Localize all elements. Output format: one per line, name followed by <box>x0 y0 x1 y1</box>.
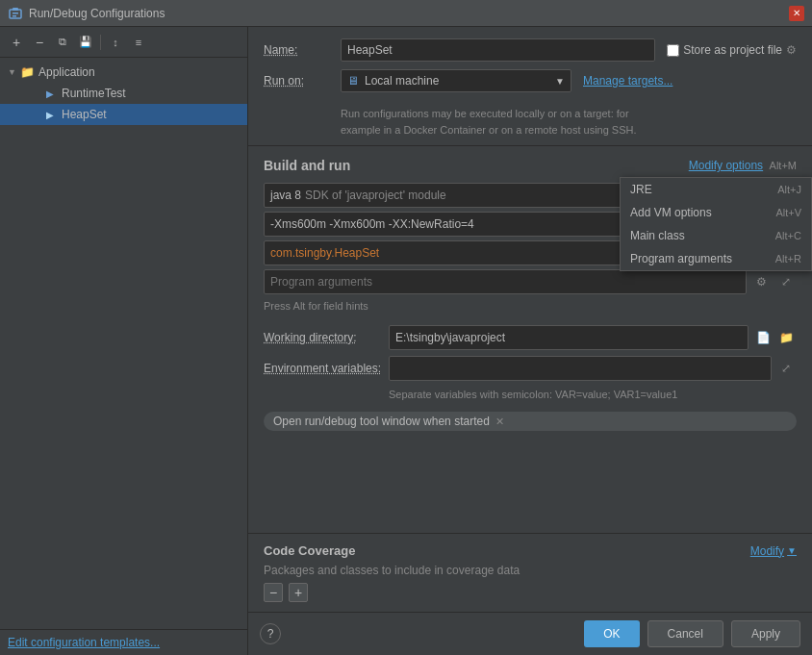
field-hint-text: Press Alt for field hints <box>264 300 368 312</box>
modify-options-button[interactable]: Modify options Alt+M <box>689 159 797 172</box>
run-on-dropdown-arrow: ▼ <box>555 76 565 87</box>
run-on-select[interactable]: 🖥 Local machine ▼ <box>341 69 571 92</box>
popup-mainclass-shortcut: Alt+C <box>775 230 801 241</box>
cc-add-button[interactable]: + <box>289 583 308 602</box>
runtime-test-icon: ▶ <box>42 86 58 101</box>
tree-view: ▼ 📁 Application ▶ RuntimeTest ▶ HeapSet <box>0 58 247 629</box>
build-run-section: Build and run Modify options Alt+M JRE A… <box>248 146 812 533</box>
cc-modify-button[interactable]: Modify ▼ <box>750 544 797 558</box>
popup-vm-shortcut: Alt+V <box>775 207 801 218</box>
modify-options-link: Modify options <box>689 159 763 172</box>
popup-progargs-shortcut: Alt+R <box>775 253 801 265</box>
jvm-hint-text: SDK of 'javaproject' module <box>305 189 446 202</box>
program-args-input[interactable] <box>264 269 747 294</box>
heapset-tree-item[interactable]: ▶ HeapSet <box>0 104 247 125</box>
cc-dropdown-arrow-icon: ▼ <box>787 545 797 556</box>
run-description: Run configurations may be executed local… <box>264 100 797 138</box>
application-group: ▼ 📁 Application ▶ RuntimeTest ▶ HeapSet <box>0 62 247 125</box>
store-project-checkbox[interactable] <box>667 44 679 57</box>
leaf-arrow <box>31 88 42 98</box>
copy-config-button[interactable]: ⧉ <box>52 32 73 53</box>
runtime-test-tree-item[interactable]: ▶ RuntimeTest <box>0 83 247 104</box>
name-row: Name: Store as project file ⚙ <box>264 38 797 62</box>
toolbar: + − ⧉ 💾 ↕ ≡ <box>0 27 247 58</box>
store-project-area: Store as project file ⚙ <box>667 43 797 57</box>
popup-progargs-item[interactable]: Program arguments Alt+R <box>621 247 811 270</box>
right-panel: Name: Store as project file ⚙ Run on: 🖥 … <box>248 27 812 655</box>
cc-header: Code Coverage Modify ▼ <box>264 543 797 558</box>
gear-icon[interactable]: ⚙ <box>786 43 797 57</box>
popup-mainclass-item[interactable]: Main class Alt+C <box>621 224 811 247</box>
svg-rect-2 <box>13 13 18 14</box>
workdir-btns: 📄 📁 <box>752 327 797 348</box>
cc-remove-button[interactable]: − <box>264 583 283 602</box>
workdir-folder-btn[interactable]: 📁 <box>775 327 797 348</box>
env-hint: Separate variables with semicolon: VAR=v… <box>264 387 797 400</box>
env-hint-text: Separate variables with semicolon: VAR=v… <box>389 389 677 400</box>
popup-jre-label: JRE <box>630 183 652 196</box>
close-window-button[interactable]: ✕ <box>789 6 804 21</box>
add-config-button[interactable]: + <box>6 32 27 53</box>
ok-button[interactable]: OK <box>584 620 639 647</box>
workdir-row: Working directory: 📄 📁 <box>264 325 797 350</box>
runtime-test-label: RuntimeTest <box>62 87 126 100</box>
run-on-row: Run on: 🖥 Local machine ▼ Manage targets… <box>264 69 797 92</box>
workdir-input[interactable] <box>389 325 749 350</box>
envvars-label: Environment variables: <box>264 362 389 375</box>
manage-targets-link[interactable]: Manage targets... <box>583 74 672 88</box>
left-panel: + − ⧉ 💾 ↕ ≡ ▼ 📁 Application ▶ RuntimeTes… <box>0 27 248 655</box>
cc-description: Packages and classes to include in cover… <box>264 564 797 577</box>
svg-rect-1 <box>13 8 18 11</box>
code-coverage-section: Code Coverage Modify ▼ Packages and clas… <box>248 533 812 612</box>
leaf-arrow2 <box>31 110 42 119</box>
name-input[interactable] <box>341 38 655 62</box>
window-controls: ✕ <box>789 6 804 21</box>
cc-title: Code Coverage <box>264 543 355 558</box>
sort-button[interactable]: ≡ <box>128 32 149 53</box>
envvars-row: Environment variables: ⤢ <box>264 356 797 381</box>
tool-window-chip: Open run/debug tool window when started … <box>264 412 797 431</box>
workdir-label: Working directory: <box>264 331 389 344</box>
popup-progargs-label: Program arguments <box>630 252 732 265</box>
toolbar-divider <box>100 35 101 50</box>
popup-mainclass-label: Main class <box>630 229 685 242</box>
remove-config-button[interactable]: − <box>29 32 50 53</box>
edit-templates-section: Edit configuration templates... <box>0 629 247 655</box>
footer-right: OK Cancel Apply <box>584 620 800 647</box>
main-container: + − ⧉ 💾 ↕ ≡ ▼ 📁 Application ▶ RuntimeTes… <box>0 27 812 655</box>
sort-name-button[interactable]: ↕ <box>105 32 126 53</box>
application-tree-item[interactable]: ▼ 📁 Application <box>0 62 247 83</box>
workdir-file-btn[interactable]: 📄 <box>752 327 774 348</box>
build-run-container: Build and run Modify options Alt+M JRE A… <box>248 146 812 612</box>
title-bar: Run/Debug Configurations ✕ <box>0 0 812 27</box>
envvars-expand-btn[interactable]: ⤢ <box>775 358 797 379</box>
popup-jre-shortcut: Alt+J <box>777 184 801 195</box>
popup-jre-item[interactable]: JRE Alt+J <box>621 178 811 201</box>
edit-templates-link[interactable]: Edit configuration templates... <box>8 636 160 649</box>
options-popup: JRE Alt+J Add VM options Alt+V Main clas… <box>620 177 812 271</box>
workdir-section: Working directory: 📄 📁 Environment varia… <box>264 325 797 400</box>
title-bar-text: Run/Debug Configurations <box>29 7 789 20</box>
popup-vm-item[interactable]: Add VM options Alt+V <box>621 201 811 224</box>
application-group-label: Application <box>38 65 95 79</box>
prog-args-settings-btn[interactable]: ⚙ <box>750 271 772 292</box>
cancel-button[interactable]: Cancel <box>647 620 723 647</box>
build-run-title: Build and run <box>264 158 350 173</box>
prog-args-expand-btn[interactable]: ⤢ <box>775 271 797 292</box>
run-description-text: Run configurations may be executed local… <box>341 108 637 136</box>
apply-button[interactable]: Apply <box>731 620 800 647</box>
store-project-label: Store as project file <box>683 43 782 57</box>
heapset-icon: ▶ <box>42 107 58 122</box>
field-hint: Press Alt for field hints <box>264 298 797 314</box>
machine-icon: 🖥 <box>347 74 359 88</box>
program-args-row: ⚙ ⤢ <box>264 269 797 294</box>
help-button[interactable]: ? <box>260 623 281 644</box>
run-on-value: Local machine <box>365 74 439 88</box>
chip-close-button[interactable]: ✕ <box>495 416 504 428</box>
footer: ? OK Cancel Apply <box>248 612 812 655</box>
save-config-button[interactable]: 💾 <box>75 32 96 53</box>
footer-left: ? <box>260 623 281 644</box>
envvars-input[interactable] <box>389 356 772 381</box>
cc-controls: − + <box>264 583 797 602</box>
envvars-btns: ⤢ <box>775 358 797 379</box>
